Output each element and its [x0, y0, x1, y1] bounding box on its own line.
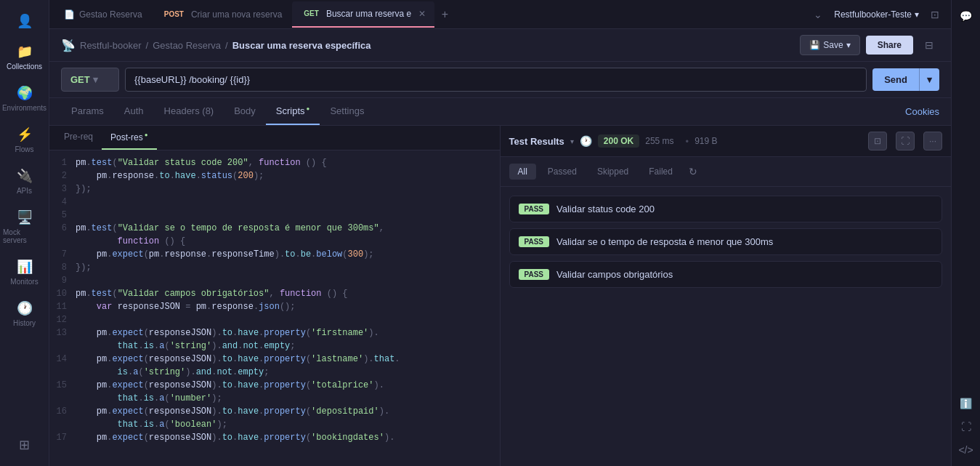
tab-body[interactable]: Body: [224, 98, 266, 125]
sidebar-item-account[interactable]: 👤: [0, 6, 49, 36]
tab-bar-actions: ⌄ Restfulbooker-Teste ▾ ⊡: [808, 4, 945, 25]
refresh-icon[interactable]: ↻: [684, 163, 702, 180]
send-button[interactable]: Send ▾: [872, 68, 939, 91]
workspace-switcher[interactable]: Restfulbooker-Teste ▾: [834, 9, 919, 20]
tab-gestao-reserva[interactable]: 📄 Gestao Reserva: [55, 1, 151, 28]
results-chevron-icon[interactable]: ▾: [570, 137, 574, 145]
filter-failed[interactable]: Failed: [640, 164, 681, 180]
test-results-list: PASS Validar status code 200 PASS Valida…: [501, 187, 952, 466]
url-base-var: {{baseURL}}: [134, 74, 187, 85]
history-icon-results[interactable]: 🕐: [580, 135, 592, 147]
tab-criar-reserva[interactable]: POST Criar uma nova reserva: [153, 1, 291, 28]
code-line-9: 9: [49, 274, 500, 287]
breadcrumb: 📡 Restful-booker / Gestao Reserva / Busc…: [61, 39, 371, 52]
breadcrumb-current: Buscar uma reserva específica: [232, 40, 371, 51]
code-line-13b: that.is.a('string').and.not.empty;: [49, 340, 500, 353]
method-select[interactable]: GET ▾: [61, 68, 119, 92]
copy-response-icon[interactable]: ⊡: [868, 132, 887, 150]
info-icon[interactable]: ℹ️: [956, 393, 976, 414]
sidebar-label-history: History: [13, 319, 36, 327]
breadcrumb-sep-2: /: [225, 40, 228, 51]
url-input[interactable]: {{baseURL}} /booking/ {{id}}: [125, 68, 867, 92]
code-line-10: 10 pm.test("Validar campos obrigatórios"…: [49, 287, 500, 300]
code-line-4: 4: [49, 196, 500, 209]
save-button[interactable]: 💾 Save ▾: [800, 35, 859, 55]
breadcrumb-link-restful[interactable]: Restful-booker: [80, 40, 142, 51]
tab-close-button[interactable]: ✕: [418, 9, 426, 19]
sidebar-item-environments[interactable]: 🌍 Environments: [0, 78, 49, 119]
tab-headers[interactable]: Headers (8): [154, 98, 224, 125]
settings-icon[interactable]: ⊡: [925, 4, 945, 25]
flows-icon: ⚡: [17, 126, 33, 142]
tab-auth[interactable]: Auth: [114, 98, 154, 125]
pass-badge-2: PASS: [519, 236, 550, 247]
monitors-icon: 📊: [17, 259, 33, 275]
results-header: Test Results ▾ 🕐 200 OK 255 ms • 919 B ⊡…: [501, 126, 952, 157]
code-view-icon[interactable]: </>: [956, 440, 976, 460]
comments-icon[interactable]: 💬: [956, 6, 976, 26]
sidebar-item-history[interactable]: 🕐 History: [0, 293, 49, 334]
response-time: 255 ms: [645, 136, 679, 146]
script-panel: Pre-req Post-res● 1 pm.test("Validar sta…: [49, 126, 501, 466]
tab-icon-gestao: 📄: [64, 9, 75, 20]
collection-icon: 📡: [61, 39, 76, 52]
filter-passed[interactable]: Passed: [539, 164, 586, 180]
cookies-link[interactable]: Cookies: [905, 99, 939, 124]
account-icon: 👤: [17, 13, 33, 29]
results-panel: Test Results ▾ 🕐 200 OK 255 ms • 919 B ⊡…: [501, 126, 952, 466]
fullscreen-icon[interactable]: ⛶: [956, 417, 976, 437]
tab-params[interactable]: Params: [61, 98, 114, 125]
tab-method-get: GET: [301, 9, 322, 18]
tab-scripts[interactable]: Scripts●: [266, 98, 320, 125]
method-label: GET: [70, 74, 90, 85]
request-tabs: Params Auth Headers (8) Body Scripts● Se…: [49, 98, 951, 126]
sidebar-label-mock-servers: Mock servers: [3, 228, 46, 244]
sidebar-item-mock-servers[interactable]: 🖥️ Mock servers: [0, 202, 49, 252]
test-result-item-3: PASS Validar campos obrigatórios: [509, 261, 943, 288]
content-area: Pre-req Post-res● 1 pm.test("Validar sta…: [49, 126, 951, 466]
subtab-pre-req[interactable]: Pre-req: [55, 126, 102, 150]
breadcrumb-link-gestao[interactable]: Gestao Reserva: [153, 40, 221, 51]
code-line-17: 17 pm.expect(responseJSON).to.have.prope…: [49, 431, 500, 444]
tab-dropdown-icon[interactable]: ⌄: [808, 4, 828, 25]
code-line-8: 8 });: [49, 261, 500, 274]
more-options-icon[interactable]: ···: [923, 132, 942, 150]
breadcrumb-bar: 📡 Restful-booker / Gestao Reserva / Busc…: [49, 29, 951, 62]
breadcrumb-actions: 💾 Save ▾ Share ⊟: [800, 35, 939, 55]
expand-icon[interactable]: ⛶: [896, 132, 915, 150]
tab-add-button[interactable]: +: [436, 6, 453, 23]
sidebar-item-collections[interactable]: 📁 Collections: [0, 36, 49, 78]
tab-buscar-reserva[interactable]: GET Buscar uma reserva e ✕: [292, 1, 434, 28]
send-arrow-icon[interactable]: ▾: [919, 68, 939, 91]
tab-label-criar: Criar uma nova reserva: [191, 9, 282, 20]
scripts-dot: ●: [307, 105, 310, 112]
sidebar-item-monitors[interactable]: 📊 Monitors: [0, 252, 49, 293]
code-line-7: 7 pm.expect(pm.response.responseTime).to…: [49, 248, 500, 261]
filter-skipped[interactable]: Skipped: [588, 164, 637, 180]
sidebar-label-environments: Environments: [2, 104, 46, 112]
filter-all[interactable]: All: [509, 164, 536, 180]
sidebar-label-apis: APIs: [17, 187, 32, 195]
code-line-11: 11 var responseJSON = pm.response.json()…: [49, 300, 500, 313]
share-button[interactable]: Share: [866, 36, 913, 55]
subtab-post-res[interactable]: Post-res●: [102, 126, 157, 150]
code-line-5: 5: [49, 209, 500, 222]
view-code-icon[interactable]: ⊟: [919, 35, 939, 55]
history-icon: 🕐: [17, 300, 33, 316]
test-result-item-1: PASS Validar status code 200: [509, 196, 943, 222]
meta-separator-1: •: [686, 136, 689, 147]
sidebar-item-flows[interactable]: ⚡ Flows: [0, 119, 49, 161]
sidebar-item-explore[interactable]: ⊞: [0, 430, 49, 460]
script-subtabs: Pre-req Post-res●: [49, 126, 500, 150]
right-sidebar: 💬 ℹ️ ⛶ </>: [951, 0, 980, 466]
sidebar-label-flows: Flows: [15, 145, 33, 153]
code-line-14b: is.a('string').and.not.empty;: [49, 366, 500, 379]
tab-settings[interactable]: Settings: [320, 98, 374, 125]
code-editor[interactable]: 1 pm.test("Validar status code 200", fun…: [49, 150, 500, 466]
url-id-var: {{id}}: [230, 74, 251, 85]
save-dropdown-icon: ▾: [846, 40, 851, 50]
sidebar-item-apis[interactable]: 🔌 APIs: [0, 161, 49, 202]
results-title: Test Results: [509, 136, 564, 147]
code-line-6b: function () {: [49, 235, 500, 248]
code-line-16b: that.is.a('boolean');: [49, 418, 500, 431]
